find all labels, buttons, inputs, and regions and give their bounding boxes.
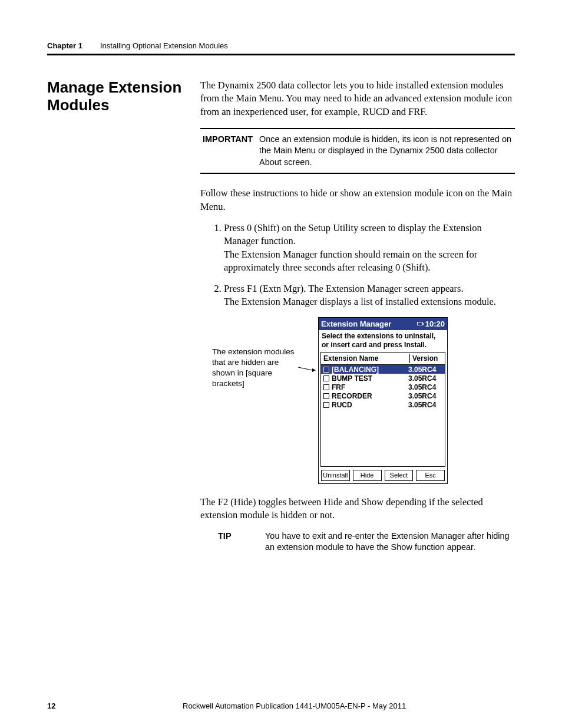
svg-line-0 (298, 367, 312, 370)
list-item[interactable]: RUCD 3.05RC4 (321, 400, 445, 409)
figure: The extension modules that are hidden ar… (200, 317, 515, 484)
follow-paragraph: Follow these instructions to hide or sho… (200, 187, 515, 213)
list-item[interactable]: [BALANCING] 3.05RC4 (321, 365, 445, 374)
list-header: Extension Name Version (321, 353, 445, 365)
esc-button[interactable]: Esc (416, 470, 445, 481)
checkbox-icon (323, 375, 329, 381)
ext-version: 3.05RC4 (408, 391, 442, 401)
arrow-icon (298, 364, 316, 373)
figure-caption: The extension modules that are hidden ar… (212, 347, 300, 390)
after-figure-paragraph: The F2 (Hide) toggles between Hide and S… (200, 496, 515, 522)
tip-label: TIP (218, 531, 265, 554)
checkbox-icon (323, 393, 329, 399)
device-title: Extension Manager (321, 319, 391, 330)
important-label: IMPORTANT (200, 134, 259, 169)
uninstall-button[interactable]: Uninstall (321, 470, 350, 481)
section-heading: Manage Extension Modules (47, 79, 189, 114)
important-body: Once an extension module is hidden, its … (259, 134, 515, 169)
ext-name: [BALANCING] (332, 365, 408, 374)
intro-paragraph: The Dynamix 2500 data collector lets you… (200, 79, 515, 118)
select-button[interactable]: Select (385, 470, 414, 481)
step-1-text: Press 0 (Shift) on the Setup Utility scr… (224, 222, 482, 246)
tip-callout: TIP You have to exit and re-enter the Ex… (218, 531, 515, 554)
checkbox-icon (323, 367, 329, 373)
extension-list: Extension Name Version [BALANCING] 3.05R… (320, 352, 445, 467)
list-item[interactable]: BUMP TEST 3.05RC4 (321, 374, 445, 383)
page-number: 12 (47, 701, 183, 710)
device-screenshot: Extension Manager 10:20 Select the exten… (318, 317, 448, 484)
list-item[interactable]: RECORDER 3.05RC4 (321, 391, 445, 400)
ext-version: 3.05RC4 (408, 374, 442, 383)
device-clock: 10:20 (425, 319, 445, 330)
step-2: Press F1 (Extn Mgr). The Extension Manag… (224, 282, 515, 309)
header-rule (47, 54, 515, 55)
ext-name: RUCD (332, 400, 408, 410)
important-callout: IMPORTANT Once an extension module is hi… (200, 128, 515, 174)
running-header: Chapter 1 Installing Optional Extension … (47, 41, 515, 50)
chapter-number: Chapter 1 (47, 41, 82, 50)
device-instruction: Select the extensions to uninstall, or i… (319, 330, 447, 352)
list-item[interactable]: FRF 3.05RC4 (321, 383, 445, 391)
page-footer: 12 Rockwell Automation Publication 1441-… (47, 701, 515, 710)
step-2-note: The Extension Manager displays a list of… (224, 295, 515, 308)
battery-icon (417, 322, 423, 325)
publication-id: Rockwell Automation Publication 1441-UM0… (183, 701, 406, 710)
checkbox-icon (323, 384, 329, 390)
step-1: Press 0 (Shift) on the Setup Utility scr… (224, 222, 515, 274)
device-buttons: Uninstall Hide Select Esc (319, 467, 447, 483)
device-titlebar: Extension Manager 10:20 (319, 318, 447, 331)
hide-button[interactable]: Hide (353, 470, 382, 481)
header-name: Extension Name (323, 354, 409, 363)
step-1-note: The Extension Manager function should re… (224, 248, 515, 275)
header-version: Version (409, 354, 445, 363)
ext-name: BUMP TEST (332, 374, 408, 383)
chapter-title: Installing Optional Extension Modules (100, 41, 228, 50)
ext-name: FRF (332, 383, 408, 392)
ext-version: 3.05RC4 (408, 383, 442, 392)
svg-marker-1 (312, 368, 316, 372)
checkbox-icon (323, 402, 329, 408)
ext-version: 3.05RC4 (408, 400, 442, 410)
ext-name: RECORDER (332, 391, 408, 401)
step-2-text: Press F1 (Extn Mgr). The Extension Manag… (224, 283, 464, 294)
tip-body: You have to exit and re-enter the Extens… (265, 531, 515, 554)
ext-version: 3.05RC4 (408, 365, 442, 374)
